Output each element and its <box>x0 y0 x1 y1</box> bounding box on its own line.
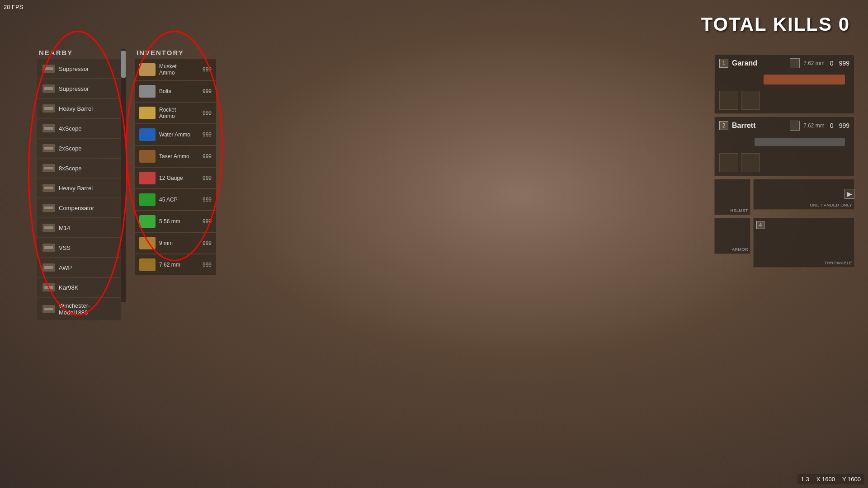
scroll-divider <box>121 49 126 302</box>
attachment-slot-2-2[interactable] <box>741 153 760 172</box>
nearby-item-label-2xscope: 2xScope <box>59 145 82 152</box>
one-handed-slot[interactable]: ONE HANDED ONLY <box>753 179 854 210</box>
inventory-item-556mm[interactable]: 5.56 mm999 <box>135 211 216 232</box>
inventory-item-9mm[interactable]: 9 mm999 <box>135 233 216 253</box>
inventory-item-rocket-ammo[interactable]: Rocket Ammo999 <box>135 103 216 123</box>
armor-slot[interactable]: ARMOR <box>714 218 750 254</box>
weapon-img-garand <box>764 75 845 84</box>
nearby-item-icon-4xscope <box>42 124 55 132</box>
nearby-item-heavy-barrel2[interactable]: Heavy Barrel <box>37 178 121 197</box>
coords-display: 1 3 X 1600 Y 1600 <box>797 474 864 484</box>
nearby-item-icon-8xscope <box>42 164 55 172</box>
nearby-item-icon-suppressor2 <box>42 84 55 93</box>
armor-area: ARMOR 4 THROWABLE <box>714 218 854 267</box>
nearby-item-label-4xscope: 4xScope <box>59 125 82 132</box>
inventory-item-icon-556mm <box>139 215 156 228</box>
nearby-item-4xscope[interactable]: 4xScope <box>37 119 121 138</box>
inventory-item-icon-bolts <box>139 85 156 98</box>
nearby-item-icon-m14 <box>42 224 55 232</box>
inventory-item-taser-ammo[interactable]: Taser Ammo999 <box>135 146 216 167</box>
inventory-title: INVENTORY <box>135 49 216 56</box>
attachment-slot-1-2[interactable] <box>741 91 760 110</box>
ammo-type-2: 7.62 mm <box>803 122 825 129</box>
inventory-item-45-acp[interactable]: 45 ACP999 <box>135 189 216 210</box>
attachment-slot-1-1[interactable] <box>719 91 738 110</box>
inventory-item-count-12-gauge: 999 <box>198 175 212 181</box>
nearby-item-awp[interactable]: AWP <box>37 258 121 277</box>
nearby-item-kar98k[interactable]: Kar98K <box>37 278 121 297</box>
nearby-item-label-heavy-barrel2: Heavy Barrel <box>59 185 93 192</box>
right-panel: 1 Garand 7.62 mm 0 999 2 Barrett 7.62 mm… <box>714 54 854 267</box>
nearby-item-2xscope[interactable]: 2xScope <box>37 139 121 158</box>
inventory-item-icon-musket-ammo <box>139 63 156 76</box>
total-kills-display: TOTAL KILLS 0 <box>701 14 850 35</box>
helmet-slot[interactable]: HELMET <box>714 179 750 215</box>
nearby-item-m14[interactable]: M14 <box>37 218 121 237</box>
ammo-current-2: 0 <box>830 122 834 129</box>
inventory-item-water-ammo[interactable]: Water Ammo999 <box>135 124 216 145</box>
nearby-item-label-compensator: Compensator <box>59 205 94 211</box>
nearby-item-icon-2xscope <box>42 144 55 152</box>
ammo-box-1 <box>790 58 800 68</box>
nearby-panel: NEARBY SuppressorSuppressorHeavy Barrel4… <box>37 49 121 320</box>
inventory-item-icon-12-gauge <box>139 172 156 184</box>
nearby-item-icon-heavy-barrel1 <box>42 104 55 113</box>
nearby-item-icon-compensator <box>42 204 55 212</box>
nearby-item-icon-awp <box>42 263 55 272</box>
inventory-item-count-musket-ammo: 999 <box>198 66 212 73</box>
weapon-name-2: Barrett <box>732 122 786 130</box>
ammo-reserve-1: 999 <box>839 60 849 67</box>
nearby-item-suppressor1[interactable]: Suppressor <box>37 59 121 78</box>
nearby-item-icon-winchester <box>42 305 55 313</box>
throwable-label: THROWABLE <box>825 261 852 265</box>
scroll-thumb[interactable] <box>121 51 126 78</box>
nearby-item-label-vss: VSS <box>59 244 71 251</box>
nearby-item-label-heavy-barrel1: Heavy Barrel <box>59 105 93 112</box>
inventory-item-name-water-ammo: Water Ammo <box>159 131 194 138</box>
throwable-slot[interactable]: 4 THROWABLE <box>753 218 854 267</box>
inventory-item-musket-ammo[interactable]: Musket Ammo999 <box>135 59 216 80</box>
inventory-item-count-water-ammo: 999 <box>198 131 212 138</box>
nearby-item-8xscope[interactable]: 8xScope <box>37 159 121 178</box>
scroll-arrow-button[interactable]: ▶ <box>844 189 854 199</box>
nearby-item-label-8xscope: 8xScope <box>59 165 82 172</box>
weapon-image-2 <box>719 133 849 150</box>
inventory-item-12-gauge[interactable]: 12 Gauge999 <box>135 168 216 188</box>
inventory-item-icon-9mm <box>139 237 156 249</box>
nearby-item-label-awp: AWP <box>59 264 72 271</box>
inventory-item-762mm[interactable]: 7.62 mm999 <box>135 254 216 275</box>
inventory-item-count-9mm: 999 <box>198 240 212 246</box>
nearby-item-compensator[interactable]: Compensator <box>37 198 121 217</box>
inventory-item-name-taser-ammo: Taser Ammo <box>159 153 194 160</box>
weapon-image-1 <box>719 71 849 88</box>
equipment-area: HELMET ONE HANDED ONLY <box>714 179 854 215</box>
armor-label: ARMOR <box>732 247 748 252</box>
weapon-attachments-1 <box>719 91 849 110</box>
ammo-reserve-2: 999 <box>839 122 849 129</box>
attachment-slot-2-1[interactable] <box>719 153 738 172</box>
nearby-item-suppressor2[interactable]: Suppressor <box>37 79 121 98</box>
nearby-item-vss[interactable]: VSS <box>37 238 121 257</box>
one-handed-label: ONE HANDED ONLY <box>810 203 852 207</box>
helmet-label: HELMET <box>730 208 748 213</box>
inventory-item-icon-water-ammo <box>139 128 156 141</box>
inventory-item-count-bolts: 999 <box>198 88 212 94</box>
inventory-item-name-rocket-ammo: Rocket Ammo <box>159 107 194 120</box>
nearby-item-label-suppressor2: Suppressor <box>59 85 89 92</box>
nearby-item-winchester[interactable]: Winchester-Model1886 <box>37 298 121 320</box>
inventory-item-bolts[interactable]: Bolts999 <box>135 81 216 102</box>
ammo-box-2 <box>790 121 800 131</box>
weapon-slot-2[interactable]: 2 Barrett 7.62 mm 0 999 <box>714 117 854 176</box>
nearby-item-heavy-barrel1[interactable]: Heavy Barrel <box>37 99 121 118</box>
y-coord: Y 1600 <box>842 476 861 483</box>
nearby-item-icon-kar98k <box>42 283 55 291</box>
inventory-item-name-bolts: Bolts <box>159 88 194 94</box>
inventory-item-icon-taser-ammo <box>139 150 156 163</box>
nearby-item-label-suppressor1: Suppressor <box>59 66 89 72</box>
inventory-item-count-762mm: 999 <box>198 262 212 268</box>
inventory-item-count-556mm: 999 <box>198 218 212 225</box>
weapon-slot-1[interactable]: 1 Garand 7.62 mm 0 999 <box>714 54 854 114</box>
fps-counter: 28 FPS <box>4 4 23 10</box>
map-indicator: 1 3 <box>801 476 809 483</box>
weapon-img-barrett <box>755 138 845 146</box>
